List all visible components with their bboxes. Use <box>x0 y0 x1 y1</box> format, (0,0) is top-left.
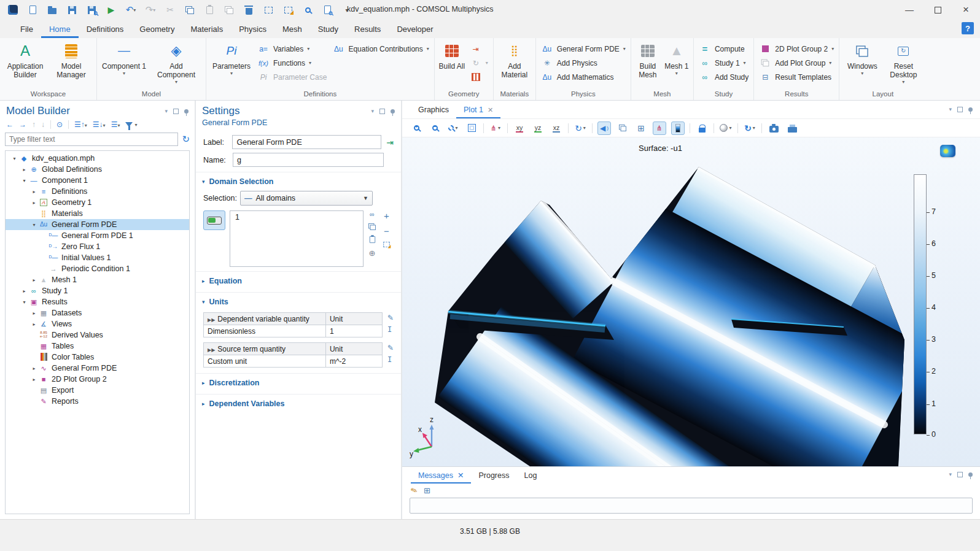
tree-item-initial-values-1[interactable]: ᴰ—Initial Values 1 <box>6 252 189 263</box>
panel-float-icon[interactable] <box>173 109 179 114</box>
save-button[interactable] <box>66 4 77 15</box>
copy-button[interactable] <box>184 4 195 15</box>
variables-button[interactable]: a= Variables▾ <box>255 43 329 55</box>
build-mesh-button[interactable]: Build Mesh <box>634 40 661 79</box>
tree-item-export[interactable]: ▤Export <box>6 385 189 396</box>
move-down-icon[interactable]: ↓ <box>41 120 45 129</box>
menu-developer[interactable]: Developer <box>389 21 441 38</box>
model-manager-button[interactable]: Model Manager <box>49 40 93 79</box>
expand-caret-icon[interactable]: ▸ <box>30 366 38 371</box>
physics-interface-button[interactable]: Δu General Form PDE▾ <box>539 43 628 55</box>
menu-study[interactable]: Study <box>310 21 346 38</box>
name-field-input[interactable] <box>233 153 384 167</box>
clear-selection-icon[interactable] <box>383 242 389 247</box>
panel-pin-icon[interactable] <box>968 107 973 112</box>
selection-dropdown[interactable]: — All domains ▼ <box>240 191 373 206</box>
expand-caret-icon[interactable]: ▸ <box>30 277 38 283</box>
search-button[interactable] <box>322 4 333 15</box>
paste-selection-icon[interactable] <box>369 236 375 243</box>
tab-graphics[interactable]: Graphics <box>411 102 456 118</box>
parameter-case-button[interactable]: Pi Parameter Case <box>255 71 329 83</box>
tree-item-general-form-pde-1[interactable]: ᴰ—General Form PDE 1 <box>6 230 189 241</box>
tree-item-reports[interactable]: ✎Reports <box>6 396 189 407</box>
maximize-button[interactable] <box>924 0 952 20</box>
cut-icon[interactable]: ✂ <box>165 4 176 15</box>
panel-menu-chevron-icon[interactable]: ▾ <box>949 471 952 477</box>
expand-all-icon[interactable]: ☰↑▾ <box>74 120 87 129</box>
quantity-picker-icon[interactable]: ▶▶ <box>208 317 215 323</box>
mesh-1-button[interactable]: ▲ Mesh 1▾ <box>663 40 690 77</box>
tree-item-geometry-1[interactable]: ▸AGeometry 1 <box>6 197 189 208</box>
expand-caret-icon[interactable]: ▸ <box>30 310 38 316</box>
filter-funnel-icon[interactable]: ▾ <box>125 122 137 128</box>
equation-contributions-button[interactable]: Δu Equation Contributions▾ <box>330 43 430 55</box>
add-component-button[interactable]: ◈ Add Component▾ <box>150 40 203 85</box>
color-legend-button[interactable] <box>671 121 685 135</box>
edit-table-icon[interactable]: ✎ <box>387 344 394 352</box>
panel-pin-icon[interactable] <box>968 472 973 477</box>
functions-button[interactable]: f(x) Functions▾ <box>255 57 329 69</box>
copy-selection-icon[interactable] <box>368 223 376 230</box>
section-domain-selection[interactable]: ▾Domain Selection <box>196 172 401 190</box>
source-quantity-cell[interactable]: Custom unit <box>204 355 326 368</box>
insert-unit-icon[interactable]: I <box>387 356 394 364</box>
tree-item-derived-values[interactable]: 8.85e-12Derived Values <box>6 329 189 341</box>
menu-physics[interactable]: Physics <box>231 21 274 38</box>
clear-messages-icon[interactable]: ✎ <box>410 485 419 496</box>
label-field-input[interactable] <box>232 135 381 149</box>
tree-item-periodic-condition-1[interactable]: →Periodic Condition 1 <box>6 263 189 274</box>
tree-item-datasets[interactable]: ▸▦Datasets <box>6 307 189 318</box>
expand-caret-icon[interactable]: ▸ <box>30 377 38 382</box>
zoom-extents-button[interactable] <box>465 121 478 135</box>
tree-item-mesh-1[interactable]: ▸▲Mesh 1 <box>6 274 189 285</box>
dependent-quantity-cell[interactable]: Dimensionless <box>204 325 326 337</box>
menu-definitions[interactable]: Definitions <box>79 21 132 38</box>
lock-view-button[interactable] <box>695 121 709 135</box>
print-button[interactable] <box>785 121 799 135</box>
tree-item-global-definitions[interactable]: ▸⊕Global Definitions <box>6 164 189 175</box>
tree-item-general-form-pde-results[interactable]: ▸∿General Form PDE <box>6 363 189 374</box>
menu-mesh[interactable]: Mesh <box>274 21 310 38</box>
go-to-default-view-button[interactable]: ⋔▾ <box>489 121 502 135</box>
tab-plot-1[interactable]: Plot 1✕ <box>456 102 500 118</box>
scene-light-button[interactable]: ◀) <box>597 121 611 135</box>
virtual-operations-button[interactable] <box>468 71 490 83</box>
menu-file[interactable]: File <box>12 21 41 38</box>
section-equation[interactable]: ▸Equation <box>196 271 401 289</box>
result-templates-button[interactable]: ⊟ Result Templates <box>757 71 836 83</box>
add-study-button[interactable]: ∞ Add Study <box>697 71 750 83</box>
undo-button[interactable]: ↶▾ <box>125 4 136 15</box>
collapse-all-icon[interactable]: ☰↓▾ <box>93 120 106 129</box>
forward-arrow-icon[interactable]: → <box>19 120 26 129</box>
collapse-caret-icon[interactable]: ▾ <box>20 178 28 183</box>
panel-float-icon[interactable] <box>957 107 963 112</box>
add-plot-group-button[interactable]: Add Plot Group▾ <box>757 57 836 69</box>
remove-from-selection-icon[interactable]: − <box>384 226 389 236</box>
zoom-box-button[interactable]: ▾ <box>446 121 460 135</box>
panel-float-icon[interactable] <box>957 472 963 477</box>
tab-progress[interactable]: Progress <box>471 469 516 484</box>
collapse-caret-icon[interactable]: ▾ <box>20 299 28 305</box>
tab-messages[interactable]: Messages✕ <box>411 468 471 484</box>
paste-button[interactable] <box>204 4 215 15</box>
tree-item-materials[interactable]: ⣿Materials <box>6 208 189 219</box>
open-file-button[interactable] <box>47 4 58 15</box>
menu-home[interactable]: Home <box>41 21 79 38</box>
close-button[interactable]: × <box>952 0 980 20</box>
tree-item-general-form-pde[interactable]: ▾ΔuGeneral Form PDE <box>6 219 189 230</box>
minimize-button[interactable]: — <box>895 0 924 20</box>
collapse-caret-icon[interactable]: ▾ <box>10 156 18 161</box>
expand-caret-icon[interactable]: ▸ <box>30 189 38 195</box>
deselect-button[interactable] <box>282 4 294 15</box>
section-discretization[interactable]: ▸Discretization <box>196 373 401 391</box>
insert-unit-icon[interactable]: I <box>387 326 394 334</box>
windows-button[interactable]: Windows▾ <box>842 40 882 77</box>
build-all-button[interactable]: Build All <box>438 40 466 71</box>
tree-item-study-1[interactable]: ▸∞Study 1 <box>6 285 189 296</box>
compute-button[interactable]: = Compute <box>697 43 750 55</box>
plot-canvas[interactable]: Surface: -u1 <box>402 137 980 466</box>
edit-table-icon[interactable]: ✎ <box>387 314 394 322</box>
new-file-button[interactable] <box>27 4 38 15</box>
application-builder-button[interactable]: A Application Builder <box>3 40 47 79</box>
section-units[interactable]: ▾Units <box>196 292 401 310</box>
